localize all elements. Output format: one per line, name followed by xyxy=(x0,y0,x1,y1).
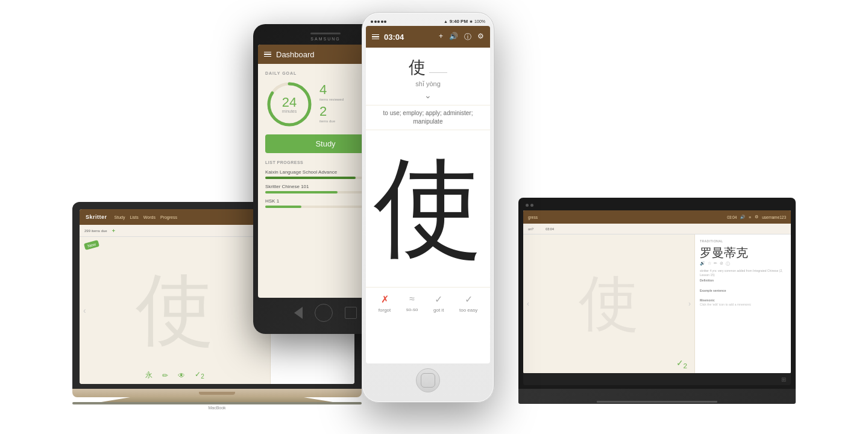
surface-def-label: Definition xyxy=(700,278,786,282)
macbook-stroke-icon[interactable]: 永 xyxy=(145,370,153,380)
iphone-definition: to use; employ; apply; administer; manip… xyxy=(366,105,490,130)
surface-toolbar-time: 03:04 xyxy=(546,227,554,231)
iphone-character: 使 xyxy=(409,56,426,79)
iphone-home-inner xyxy=(421,373,435,388)
iphone-signal-dots xyxy=(371,20,386,23)
macbook-nav-lists[interactable]: Lists xyxy=(130,215,138,219)
iphone-device: ▲ 9:40 PM ✱ 100% 03:04 + 🔊 ⓘ xyxy=(362,12,494,403)
surface-camera-area xyxy=(526,204,533,207)
iphone-forgot-button[interactable]: ✗ forgot xyxy=(379,294,391,313)
surface-volume-icon2[interactable]: 🔊 xyxy=(700,261,705,267)
surface-windows-icon[interactable]: ⊞ xyxy=(781,376,786,383)
iphone-blank xyxy=(429,72,447,74)
samsung-minutes-number: 24 xyxy=(282,96,297,109)
surface-def-body xyxy=(700,283,786,287)
samsung-minutes-label: minutes xyxy=(282,109,297,113)
iphone-soso-label: so-so xyxy=(406,307,418,312)
surface-mnemonic-label: Mnemonic xyxy=(700,298,786,302)
surface-small-text: skritter 4 yrs: very common added from I… xyxy=(700,269,786,277)
macbook-brand-label: MacBook xyxy=(72,406,362,410)
macbook-add-icon[interactable]: + xyxy=(112,228,115,234)
iphone-add-icon[interactable]: + xyxy=(439,32,443,42)
surface-prev-arrow[interactable]: ‹ xyxy=(527,300,529,308)
iphone-tooeasy-label: too easy xyxy=(459,307,477,313)
macbook-edit-icon[interactable]: ✏ xyxy=(162,371,168,380)
surface-check-icon[interactable]: ✓2 xyxy=(676,358,687,368)
iphone-home-button[interactable] xyxy=(416,368,440,392)
iphone-battery: 100% xyxy=(474,19,485,24)
iphone-big-character: 使 xyxy=(366,130,490,287)
surface-toolbar-text: on? xyxy=(528,227,533,231)
macbook-nav-words[interactable]: Words xyxy=(143,215,156,219)
surface-trad-label: TRADITIONAL xyxy=(700,239,786,243)
macbook-items-due: 299 items due xyxy=(84,229,107,233)
iphone-gotit-button[interactable]: ✓ got it xyxy=(433,294,444,313)
iphone-wifi-icon: ▲ xyxy=(444,19,448,24)
macbook-eye-icon[interactable]: 👁 xyxy=(178,371,185,380)
surface-time: 03:04 xyxy=(727,215,737,219)
macbook-new-badge: New xyxy=(84,240,99,250)
iphone-settings-icon[interactable]: ⚙ xyxy=(477,32,484,42)
surface-block-icon[interactable]: ⊘ xyxy=(720,261,723,267)
samsung-recents-button[interactable] xyxy=(345,307,357,319)
iphone-app-time: 03:04 xyxy=(384,33,404,42)
iphone-tooeasy-button[interactable]: ✓ too easy xyxy=(459,294,477,313)
iphone-tooeasy-icon: ✓ xyxy=(465,294,473,305)
iphone-soso-icon: ≈ xyxy=(409,294,415,304)
samsung-items-due-label: items due xyxy=(319,119,344,123)
iphone-gotit-label: got it xyxy=(433,307,444,313)
iphone-time: 9:40 PM xyxy=(450,19,468,24)
surface-next-arrow[interactable]: › xyxy=(688,300,691,308)
samsung-app-title: Dashboard xyxy=(276,50,315,59)
samsung-items-reviewed-count: 4 xyxy=(319,83,344,96)
samsung-progress-circle: 24 minutes xyxy=(265,80,313,128)
iphone-soso-button[interactable]: ≈ so-so xyxy=(406,294,418,313)
surface-info-icon2[interactable]: ⓘ xyxy=(726,261,730,267)
macbook-character-bg: 使 xyxy=(136,257,214,363)
surface-volume-icon[interactable]: 🔊 xyxy=(740,215,745,219)
iphone-menu-icon[interactable] xyxy=(372,34,379,40)
iphone-forgot-label: forgot xyxy=(379,307,391,313)
iphone-pinyin: shǐ yòng xyxy=(373,80,483,88)
surface-list-icon[interactable]: ≡ xyxy=(749,215,751,219)
surface-nav-left: gress xyxy=(528,215,538,219)
surface-username: username123 xyxy=(762,215,786,219)
macbook-nav-study[interactable]: Study xyxy=(115,215,125,219)
macbook-prev-arrow[interactable]: ‹ xyxy=(83,306,86,315)
surface-device: gress 03:04 🔊 ≡ ⚙ username123 on? 03:04 xyxy=(518,198,796,404)
samsung-menu-icon[interactable] xyxy=(264,52,271,57)
surface-foot xyxy=(597,401,717,403)
macbook-nav-progress[interactable]: Progress xyxy=(160,215,177,219)
samsung-list-progress-title: LIST PROGRESS xyxy=(265,160,303,165)
samsung-items-due-count: 2 xyxy=(319,105,344,118)
iphone-info-icon[interactable]: ⓘ xyxy=(464,32,471,42)
surface-mnemonic-body: Click the 'edit' icon to add a mnemonic xyxy=(700,303,786,307)
macbook-logo: Skritter xyxy=(86,214,107,220)
iphone-volume-icon[interactable]: 🔊 xyxy=(449,32,458,42)
iphone-forgot-icon: ✗ xyxy=(381,294,389,305)
iphone-gotit-icon: ✓ xyxy=(435,294,442,305)
samsung-home-button[interactable] xyxy=(315,304,333,322)
iphone-chevron-icon[interactable]: ⌄ xyxy=(373,90,483,100)
iphone-bluetooth-icon: ✱ xyxy=(470,19,473,24)
surface-example-body xyxy=(700,293,786,297)
samsung-speaker xyxy=(310,33,341,34)
surface-example-label: Example sentence xyxy=(700,289,786,292)
macbook-check-icon[interactable]: ✓2 xyxy=(195,370,204,380)
samsung-items-reviewed-label: items reviewed xyxy=(319,98,344,101)
surface-gear-icon[interactable]: ⚙ xyxy=(755,215,758,219)
surface-edit-icon2[interactable]: ✏ xyxy=(714,261,717,267)
surface-char: 罗曼蒂克 xyxy=(700,245,786,261)
surface-star-icon[interactable]: ☆ xyxy=(708,261,711,267)
samsung-back-button[interactable] xyxy=(294,307,303,319)
